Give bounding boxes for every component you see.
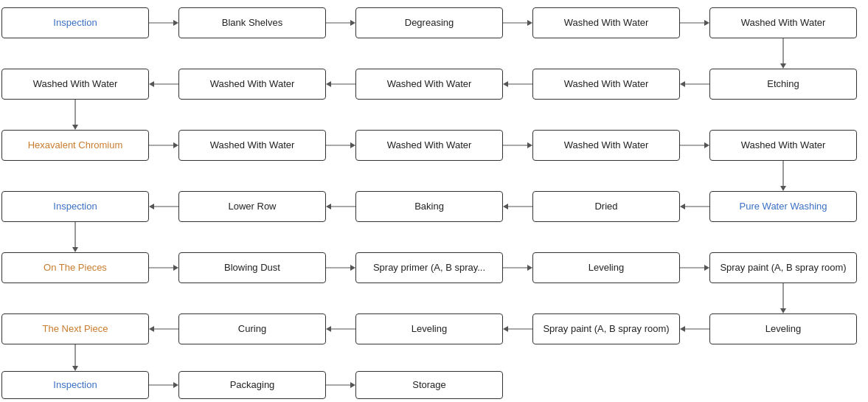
node-n23: Spray primer (A, B spray... xyxy=(355,252,503,283)
node-n12: Washed With Water xyxy=(178,130,326,161)
svg-marker-41 xyxy=(173,265,178,271)
node-n32: Packaging xyxy=(178,371,326,399)
node-n30: Leveling xyxy=(709,313,857,344)
node-n5: Washed With Water xyxy=(709,7,857,38)
svg-marker-13 xyxy=(503,81,508,87)
svg-marker-15 xyxy=(326,81,331,87)
node-n17: Lower Row xyxy=(178,191,326,222)
node-n9: Washed With Water xyxy=(532,69,680,100)
svg-marker-55 xyxy=(326,326,331,332)
svg-marker-35 xyxy=(326,204,331,209)
node-n29: Spray paint (A, B spray room) xyxy=(532,313,680,344)
node-n33: Storage xyxy=(355,371,503,399)
node-n20: Pure Water Washing xyxy=(709,191,857,222)
node-n10: Etching xyxy=(709,69,857,100)
node-n28: Leveling xyxy=(355,313,503,344)
node-n4: Washed With Water xyxy=(532,7,680,38)
node-n13: Washed With Water xyxy=(355,130,503,161)
node-n19: Dried xyxy=(532,191,680,222)
node-n11: Hexavalent Chromium xyxy=(1,130,149,161)
svg-marker-11 xyxy=(680,81,685,87)
svg-marker-29 xyxy=(780,186,786,191)
node-n27: Curing xyxy=(178,313,326,344)
svg-marker-43 xyxy=(350,265,355,271)
node-n31: Inspection xyxy=(1,371,149,399)
node-n3: Degreasing xyxy=(355,7,503,38)
svg-marker-21 xyxy=(173,142,178,148)
node-n2: Blank Shelves xyxy=(178,7,326,38)
flowchart-diagram: InspectionBlank ShelvesDegreasingWashed … xyxy=(0,0,868,402)
node-n15: Washed With Water xyxy=(709,130,857,161)
svg-marker-19 xyxy=(72,125,78,130)
svg-marker-57 xyxy=(149,326,154,332)
node-n8: Washed With Water xyxy=(355,69,503,100)
svg-marker-39 xyxy=(72,247,78,252)
svg-marker-59 xyxy=(72,366,78,371)
svg-marker-63 xyxy=(350,382,355,388)
svg-marker-31 xyxy=(680,204,685,209)
svg-marker-23 xyxy=(350,142,355,148)
node-n24: Leveling xyxy=(532,252,680,283)
svg-marker-7 xyxy=(704,20,709,26)
svg-marker-1 xyxy=(173,20,178,26)
svg-marker-45 xyxy=(527,265,532,271)
svg-marker-47 xyxy=(704,265,709,271)
node-n14: Washed With Water xyxy=(532,130,680,161)
node-n26: The Next Piece xyxy=(1,313,149,344)
svg-marker-3 xyxy=(350,20,355,26)
node-n18: Baking xyxy=(355,191,503,222)
svg-marker-37 xyxy=(149,204,154,209)
node-n22: Blowing Dust xyxy=(178,252,326,283)
node-n21: On The Pieces xyxy=(1,252,149,283)
svg-marker-53 xyxy=(503,326,508,332)
svg-marker-17 xyxy=(149,81,154,87)
svg-marker-27 xyxy=(704,142,709,148)
node-n16: Inspection xyxy=(1,191,149,222)
svg-marker-33 xyxy=(503,204,508,209)
node-n1: Inspection xyxy=(1,7,149,38)
node-n25: Spray paint (A, B spray room) xyxy=(709,252,857,283)
svg-marker-61 xyxy=(173,382,178,388)
svg-marker-9 xyxy=(780,63,786,69)
svg-marker-5 xyxy=(527,20,532,26)
svg-marker-51 xyxy=(680,326,685,332)
node-n7: Washed With Water xyxy=(178,69,326,100)
svg-marker-49 xyxy=(780,308,786,313)
svg-marker-25 xyxy=(527,142,532,148)
node-n6: Washed With Water xyxy=(1,69,149,100)
